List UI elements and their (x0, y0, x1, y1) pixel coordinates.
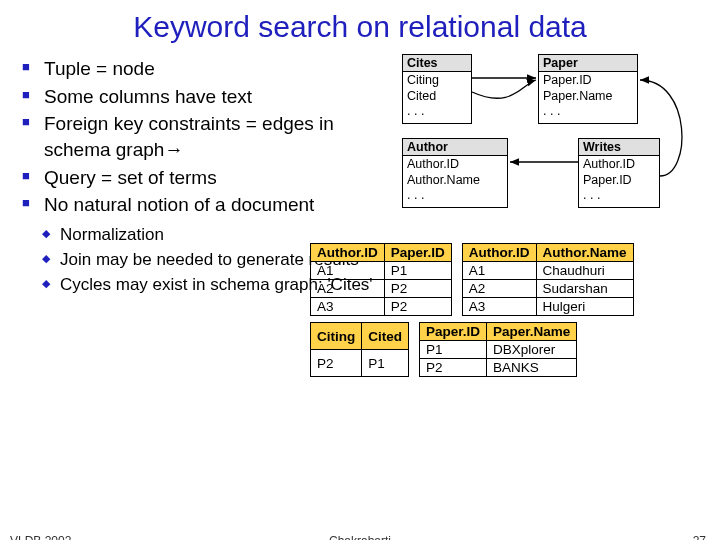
footer-center: Chakrabarti (0, 534, 720, 540)
schema-field: . . . (407, 104, 467, 120)
schema-box-header: Writes (579, 139, 659, 156)
bullet-item: Query = set of terms (22, 165, 382, 191)
table-paper-data: Paper.ID Paper.Name P1DBXplorer P2BANKS (419, 322, 577, 377)
schema-field: . . . (407, 188, 503, 204)
schema-field: . . . (543, 104, 633, 120)
table-cell: P1 (362, 350, 409, 377)
table-cell: P2 (384, 280, 451, 298)
table-cell: DBXplorer (487, 341, 577, 359)
table-cell: P1 (420, 341, 487, 359)
schema-box-header: Paper (539, 55, 637, 72)
table-cell: Hulgeri (536, 298, 633, 316)
schema-field: . . . (583, 188, 655, 204)
data-tables: Author.ID Paper.ID A1P1 A2P2 A3P2 Author… (310, 243, 710, 383)
schema-box-writes: Writes Author.ID Paper.ID . . . (578, 138, 660, 208)
table-cell: Sudarshan (536, 280, 633, 298)
schema-field: Paper.ID (543, 73, 633, 89)
schema-field: Paper.Name (543, 89, 633, 105)
table-cell: P2 (311, 350, 362, 377)
table-header: Citing (311, 323, 362, 350)
table-header: Author.Name (536, 244, 633, 262)
schema-field: Author.ID (407, 157, 503, 173)
table-cell: A1 (462, 262, 536, 280)
schema-box-author: Author Author.ID Author.Name . . . (402, 138, 508, 208)
table-header: Author.ID (462, 244, 536, 262)
table-author-data: Author.ID Author.Name A1Chaudhuri A2Suda… (462, 243, 634, 316)
schema-box-cites: Cites Citing Cited . . . (402, 54, 472, 124)
table-header: Author.ID (311, 244, 385, 262)
schema-box-paper: Paper Paper.ID Paper.Name . . . (538, 54, 638, 124)
table-cell: P2 (420, 359, 487, 377)
bullet-item: Some columns have text (22, 84, 382, 110)
schema-field: Author.ID (583, 157, 655, 173)
schema-field: Cited (407, 89, 467, 105)
table-cell: Chaudhuri (536, 262, 633, 280)
schema-box-header: Author (403, 139, 507, 156)
table-writes-data: Author.ID Paper.ID A1P1 A2P2 A3P2 (310, 243, 452, 316)
bullet-item: No natural notion of a document (22, 192, 382, 218)
bullet-item: Foreign key constraints = edges in schem… (22, 111, 382, 162)
table-header: Paper.Name (487, 323, 577, 341)
schema-field: Citing (407, 73, 467, 89)
table-cell: A3 (311, 298, 385, 316)
table-cell: BANKS (487, 359, 577, 377)
table-cell: P2 (384, 298, 451, 316)
table-cell: P1 (384, 262, 451, 280)
table-cell: A2 (462, 280, 536, 298)
table-header: Cited (362, 323, 409, 350)
table-cell: A2 (311, 280, 385, 298)
table-cell: A1 (311, 262, 385, 280)
schema-field: Author.Name (407, 173, 503, 189)
bullet-item: Tuple = node (22, 56, 382, 82)
table-cites-data: Citing Cited P2P1 (310, 322, 409, 377)
schema-box-header: Cites (403, 55, 471, 72)
table-header: Paper.ID (420, 323, 487, 341)
slide-title: Keyword search on relational data (0, 0, 720, 56)
schema-diagram: Cites Citing Cited . . . Paper Paper.ID … (402, 54, 702, 234)
schema-field: Paper.ID (583, 173, 655, 189)
table-cell: A3 (462, 298, 536, 316)
table-header: Paper.ID (384, 244, 451, 262)
footer-right: 27 (693, 534, 706, 540)
